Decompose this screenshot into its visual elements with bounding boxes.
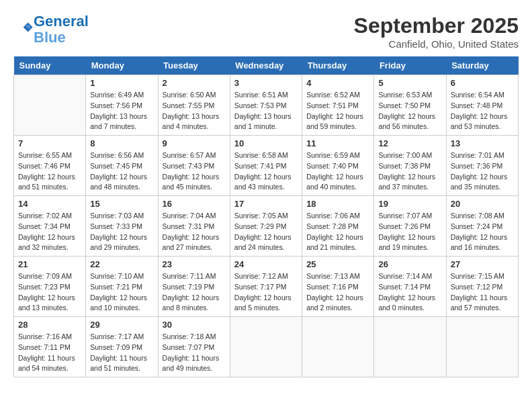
day-info: Sunrise: 7:08 AM Sunset: 7:24 PM Dayligh…: [451, 211, 514, 253]
calendar-cell: 20Sunrise: 7:08 AM Sunset: 7:24 PM Dayli…: [446, 196, 518, 257]
day-number: 15: [90, 199, 153, 209]
calendar-cell: 18Sunrise: 7:06 AM Sunset: 7:28 PM Dayli…: [302, 196, 374, 257]
month-title: September 2025: [354, 13, 519, 38]
calendar-body: 1Sunrise: 6:49 AM Sunset: 7:56 PM Daylig…: [14, 75, 519, 377]
calendar-cell: 13Sunrise: 7:01 AM Sunset: 7:36 PM Dayli…: [446, 136, 518, 196]
day-number: 21: [18, 259, 81, 269]
week-row-4: 28Sunrise: 7:16 AM Sunset: 7:11 PM Dayli…: [14, 317, 519, 377]
day-info: Sunrise: 7:12 AM Sunset: 7:17 PM Dayligh…: [234, 271, 298, 314]
week-row-0: 1Sunrise: 6:49 AM Sunset: 7:56 PM Daylig…: [14, 75, 519, 136]
day-number: 19: [378, 199, 441, 209]
calendar-cell: 6Sunrise: 6:54 AM Sunset: 7:48 PM Daylig…: [446, 75, 518, 136]
day-info: Sunrise: 7:10 AM Sunset: 7:21 PM Dayligh…: [90, 271, 153, 314]
day-info: Sunrise: 7:07 AM Sunset: 7:26 PM Dayligh…: [378, 211, 441, 253]
calendar-cell: 16Sunrise: 7:04 AM Sunset: 7:31 PM Dayli…: [158, 196, 230, 257]
day-info: Sunrise: 6:56 AM Sunset: 7:45 PM Dayligh…: [90, 150, 153, 193]
day-info: Sunrise: 7:18 AM Sunset: 7:07 PM Dayligh…: [163, 332, 226, 374]
day-number: 20: [451, 199, 514, 209]
calendar-cell: 28Sunrise: 7:16 AM Sunset: 7:11 PM Dayli…: [14, 317, 86, 377]
day-number: 1: [90, 78, 153, 88]
calendar-cell: 25Sunrise: 7:13 AM Sunset: 7:16 PM Dayli…: [302, 257, 374, 317]
day-info: Sunrise: 6:59 AM Sunset: 7:40 PM Dayligh…: [306, 150, 369, 193]
day-info: Sunrise: 7:16 AM Sunset: 7:11 PM Dayligh…: [18, 332, 81, 374]
day-number: 9: [163, 138, 226, 148]
column-header-tuesday: Tuesday: [158, 56, 230, 75]
calendar-cell: 9Sunrise: 6:57 AM Sunset: 7:43 PM Daylig…: [158, 136, 230, 196]
column-header-sunday: Sunday: [14, 56, 86, 75]
calendar-cell: 4Sunrise: 6:52 AM Sunset: 7:51 PM Daylig…: [302, 75, 374, 136]
day-number: 12: [378, 138, 441, 148]
calendar-cell: 30Sunrise: 7:18 AM Sunset: 7:07 PM Dayli…: [158, 317, 230, 377]
calendar-cell: 5Sunrise: 6:53 AM Sunset: 7:50 PM Daylig…: [374, 75, 446, 136]
location: Canfield, Ohio, United States: [354, 38, 519, 50]
day-info: Sunrise: 7:03 AM Sunset: 7:33 PM Dayligh…: [90, 211, 153, 253]
day-number: 17: [234, 199, 298, 209]
day-info: Sunrise: 6:50 AM Sunset: 7:55 PM Dayligh…: [163, 90, 226, 132]
day-info: Sunrise: 6:53 AM Sunset: 7:50 PM Dayligh…: [378, 90, 441, 132]
day-info: Sunrise: 7:04 AM Sunset: 7:31 PM Dayligh…: [163, 211, 226, 253]
day-info: Sunrise: 7:01 AM Sunset: 7:36 PM Dayligh…: [451, 150, 514, 193]
calendar-cell: 26Sunrise: 7:14 AM Sunset: 7:14 PM Dayli…: [374, 257, 446, 317]
day-info: Sunrise: 6:57 AM Sunset: 7:43 PM Dayligh…: [163, 150, 226, 193]
page-header: General Blue September 2025 Canfield, Oh…: [13, 13, 519, 50]
calendar-cell: [374, 317, 446, 377]
day-info: Sunrise: 7:17 AM Sunset: 7:09 PM Dayligh…: [90, 332, 153, 374]
calendar-cell: [302, 317, 374, 377]
day-number: 30: [163, 320, 226, 330]
day-info: Sunrise: 7:14 AM Sunset: 7:14 PM Dayligh…: [378, 271, 441, 314]
calendar-cell: 27Sunrise: 7:15 AM Sunset: 7:12 PM Dayli…: [446, 257, 518, 317]
day-number: 18: [306, 199, 369, 209]
column-header-thursday: Thursday: [302, 56, 374, 75]
day-info: Sunrise: 7:11 AM Sunset: 7:19 PM Dayligh…: [163, 271, 226, 314]
day-info: Sunrise: 6:52 AM Sunset: 7:51 PM Dayligh…: [306, 90, 369, 132]
column-header-friday: Friday: [374, 56, 446, 75]
day-number: 25: [306, 259, 369, 269]
calendar-cell: 10Sunrise: 6:58 AM Sunset: 7:41 PM Dayli…: [230, 136, 302, 196]
day-info: Sunrise: 7:06 AM Sunset: 7:28 PM Dayligh…: [306, 211, 369, 253]
day-info: Sunrise: 6:55 AM Sunset: 7:46 PM Dayligh…: [18, 150, 81, 193]
week-row-3: 21Sunrise: 7:09 AM Sunset: 7:23 PM Dayli…: [14, 257, 519, 317]
calendar-cell: 2Sunrise: 6:50 AM Sunset: 7:55 PM Daylig…: [158, 75, 230, 136]
calendar-cell: 1Sunrise: 6:49 AM Sunset: 7:56 PM Daylig…: [86, 75, 158, 136]
day-number: 27: [451, 259, 514, 269]
title-block: September 2025 Canfield, Ohio, United St…: [354, 13, 519, 50]
calendar-header-row: SundayMondayTuesdayWednesdayThursdayFrid…: [14, 56, 519, 75]
logo: General Blue: [13, 13, 89, 46]
day-number: 13: [451, 138, 514, 148]
column-header-wednesday: Wednesday: [230, 56, 302, 75]
column-header-monday: Monday: [86, 56, 158, 75]
calendar-cell: 3Sunrise: 6:51 AM Sunset: 7:53 PM Daylig…: [230, 75, 302, 136]
calendar-cell: 23Sunrise: 7:11 AM Sunset: 7:19 PM Dayli…: [158, 257, 230, 317]
logo-line2: Blue: [34, 29, 66, 46]
calendar-cell: [446, 317, 518, 377]
day-number: 11: [306, 138, 369, 148]
day-number: 22: [90, 259, 153, 269]
calendar-cell: 8Sunrise: 6:56 AM Sunset: 7:45 PM Daylig…: [86, 136, 158, 196]
calendar-cell: 17Sunrise: 7:05 AM Sunset: 7:29 PM Dayli…: [230, 196, 302, 257]
day-number: 4: [306, 78, 369, 88]
week-row-2: 14Sunrise: 7:02 AM Sunset: 7:34 PM Dayli…: [14, 196, 519, 257]
day-info: Sunrise: 6:54 AM Sunset: 7:48 PM Dayligh…: [451, 90, 514, 132]
calendar-cell: 21Sunrise: 7:09 AM Sunset: 7:23 PM Dayli…: [14, 257, 86, 317]
day-info: Sunrise: 7:00 AM Sunset: 7:38 PM Dayligh…: [378, 150, 441, 193]
day-number: 14: [18, 199, 81, 209]
day-number: 2: [163, 78, 226, 88]
calendar-cell: [230, 317, 302, 377]
day-info: Sunrise: 6:49 AM Sunset: 7:56 PM Dayligh…: [90, 90, 153, 132]
day-info: Sunrise: 7:02 AM Sunset: 7:34 PM Dayligh…: [18, 211, 81, 253]
day-number: 28: [18, 320, 81, 330]
column-header-saturday: Saturday: [446, 56, 518, 75]
day-number: 29: [90, 320, 153, 330]
day-number: 23: [163, 259, 226, 269]
calendar-cell: 7Sunrise: 6:55 AM Sunset: 7:46 PM Daylig…: [14, 136, 86, 196]
day-number: 16: [163, 199, 226, 209]
week-row-1: 7Sunrise: 6:55 AM Sunset: 7:46 PM Daylig…: [14, 136, 519, 196]
day-number: 10: [234, 138, 298, 148]
day-number: 24: [234, 259, 298, 269]
calendar-cell: 29Sunrise: 7:17 AM Sunset: 7:09 PM Dayli…: [86, 317, 158, 377]
day-number: 8: [90, 138, 153, 148]
day-info: Sunrise: 7:09 AM Sunset: 7:23 PM Dayligh…: [18, 271, 81, 314]
calendar-cell: 22Sunrise: 7:10 AM Sunset: 7:21 PM Dayli…: [86, 257, 158, 317]
day-info: Sunrise: 6:51 AM Sunset: 7:53 PM Dayligh…: [234, 90, 298, 132]
calendar-cell: 11Sunrise: 6:59 AM Sunset: 7:40 PM Dayli…: [302, 136, 374, 196]
